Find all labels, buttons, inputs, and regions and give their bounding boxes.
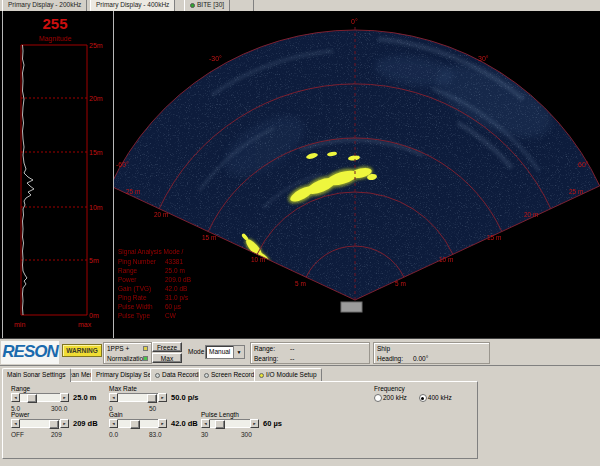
tab-bite[interactable]: BITE [30] [184, 0, 230, 11]
main-sonar-settings-panel: Range ◄ ► 25.0 m 5.0 300.0 Max Rate ◄ ► … [2, 381, 478, 459]
mode-select[interactable]: Manual ▼ [205, 345, 245, 359]
slider-right-arrow-icon[interactable]: ► [158, 419, 167, 428]
slider-track[interactable] [118, 419, 158, 428]
slider-thumb[interactable] [130, 420, 140, 429]
svg-text:-30°: -30° [209, 55, 222, 62]
svg-text:20 m: 20 m [154, 211, 168, 218]
range-slider[interactable]: ◄ ► 25.0 m [11, 393, 111, 403]
svg-text:10 m: 10 m [251, 256, 265, 263]
max-rate-slider[interactable]: ◄ ► 50.0 p/s [109, 393, 209, 403]
magnitude-trace [23, 45, 35, 315]
svg-text:15m: 15m [89, 149, 103, 156]
svg-text:5m: 5m [89, 257, 99, 264]
gain-value: 42.0 dB [171, 419, 198, 428]
ship-heading-value: 0.00° [413, 354, 428, 363]
svg-text:20m: 20m [89, 95, 103, 102]
slider-left-arrow-icon[interactable]: ◄ [11, 419, 20, 428]
magnitude-panel: 255 Magnitude 25m 20m 15m 10m [0, 11, 114, 338]
pps-led-icon [143, 346, 148, 351]
slider-left-arrow-icon[interactable]: ◄ [11, 393, 20, 402]
max-rate-slider-group: Max Rate ◄ ► 50.0 p/s 0 50 [109, 385, 209, 411]
frequency-group: Frequency 200 kHz 400 kHz [374, 385, 474, 401]
status-toolbar: RESON WARNING 1PPS + Normalization Freez… [0, 338, 600, 366]
tab-main-sonar-settings[interactable]: Main Sonar Settings [2, 368, 71, 382]
slider-thumb[interactable] [49, 420, 59, 429]
min-label: min [14, 321, 25, 328]
pulse-length-slider[interactable]: ◄ ► 60 µs [201, 419, 301, 429]
frequency-400khz-radio[interactable]: 400 kHz [419, 394, 452, 401]
sync-indicator-group: 1PPS + Normalization [103, 342, 152, 364]
slider-left-arrow-icon[interactable]: ◄ [109, 419, 118, 428]
cursor-range-value: -- [290, 344, 294, 353]
slider-right-arrow-icon[interactable]: ► [60, 419, 69, 428]
svg-text:10m: 10m [89, 204, 103, 211]
max-rate-value: 50.0 p/s [171, 393, 199, 402]
slider-thumb[interactable] [147, 394, 157, 403]
top-tab-bar: Primary Display - 200kHz Primary Display… [0, 0, 600, 11]
pane-splitter [253, 0, 254, 11]
slider-left-arrow-icon[interactable]: ◄ [109, 393, 118, 402]
svg-text:25 m: 25 m [569, 188, 583, 195]
freeze-button[interactable]: Freeze [152, 342, 182, 352]
tab-primary-display-200khz[interactable]: Primary Display - 200kHz [2, 0, 87, 11]
slider-track[interactable] [210, 419, 250, 428]
gain-slider[interactable]: ◄ ► 42.0 dB [109, 419, 209, 429]
power-slider-group: Power ◄ ► 209 dB OFF 209 [11, 411, 111, 437]
power-value: 209 dB [73, 419, 98, 428]
sonar-display-area: 255 Magnitude 25m 20m 15m 10m [0, 11, 600, 338]
slider-left-arrow-icon[interactable]: ◄ [201, 419, 210, 428]
svg-text:10 m: 10 m [439, 256, 453, 263]
power-slider[interactable]: ◄ ► 209 dB [11, 419, 111, 429]
range-value: 25.0 m [73, 393, 96, 402]
data-recording-led-icon [155, 373, 160, 378]
slider-track[interactable] [20, 393, 60, 402]
svg-text:20 m: 20 m [524, 211, 538, 218]
max-label: max [78, 321, 92, 328]
io-module-led-icon [259, 373, 264, 378]
warning-button[interactable]: WARNING [62, 344, 102, 357]
cursor-readout-group: Range: -- Bearing: -- [250, 342, 370, 364]
normalization-led-icon [143, 356, 148, 361]
bite-status-led-icon [190, 3, 195, 8]
settings-tab-bar: Main Sonar Settings Ocean Menu Primary D… [0, 368, 600, 381]
slider-right-arrow-icon[interactable]: ► [250, 419, 259, 428]
svg-text:15 m: 15 m [202, 234, 216, 241]
max-button[interactable]: Max [152, 353, 182, 363]
svg-text:60°: 60° [578, 161, 589, 168]
cursor-bearing-value: -- [290, 354, 294, 363]
range-slider-group: Range ◄ ► 25.0 m 5.0 300.0 [11, 385, 111, 411]
dropdown-arrow-icon[interactable]: ▼ [233, 346, 244, 358]
slider-track[interactable] [20, 419, 60, 428]
slider-track[interactable] [118, 393, 158, 402]
app-window: Primary Display - 200kHz Primary Display… [0, 0, 600, 466]
svg-text:25m: 25m [89, 42, 103, 49]
tab-primary-display-400khz[interactable]: Primary Display - 400kHz [90, 0, 175, 11]
reson-logo: RESON [1, 341, 59, 364]
svg-text:5 m: 5 m [395, 280, 406, 287]
screen-recording-led-icon [204, 373, 209, 378]
svg-text:15 m: 15 m [487, 234, 501, 241]
svg-text:0m: 0m [89, 312, 99, 319]
slider-thumb[interactable] [27, 394, 37, 403]
pulse-length-slider-group: Pulse Length ◄ ► 60 µs 30 300 [201, 411, 301, 437]
pulse-length-value: 60 µs [263, 419, 282, 428]
magnitude-scale-box [21, 45, 87, 315]
overlay-title: Signal Analysis Mode / [118, 247, 238, 256]
slider-right-arrow-icon[interactable]: ► [158, 393, 167, 402]
svg-text:25 m: 25 m [126, 188, 140, 195]
svg-text:30°: 30° [478, 55, 489, 62]
svg-text:-60°: -60° [116, 161, 129, 168]
svg-text:5 m: 5 m [295, 280, 306, 287]
mode-label: Mode [188, 348, 204, 355]
magnitude-title: Magnitude [39, 35, 72, 43]
magnitude-value: 255 [42, 15, 67, 32]
gain-slider-group: Gain ◄ ► 42.0 dB 0.0 83.0 [109, 411, 209, 437]
tab-io-module-setup[interactable]: I/O Module Setup [254, 368, 322, 381]
transducer-marker [341, 302, 362, 312]
signal-analysis-overlay: Signal Analysis Mode / Ping Number43381 … [118, 247, 238, 320]
svg-text:0°: 0° [351, 18, 358, 25]
slider-thumb[interactable] [215, 420, 225, 429]
frequency-200khz-radio[interactable]: 200 kHz [374, 394, 407, 401]
slider-right-arrow-icon[interactable]: ► [60, 393, 69, 402]
magnitude-scale-labels: 25m 20m 15m 10m 5m 0m min max [14, 42, 103, 328]
